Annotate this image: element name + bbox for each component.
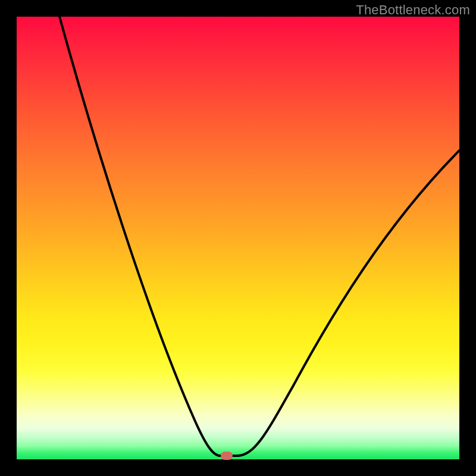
chart-frame: TheBottleneck.com (0, 0, 476, 476)
watermark-text: TheBottleneck.com (356, 2, 470, 18)
optimal-point-marker (221, 452, 233, 460)
bottleneck-curve (17, 17, 459, 459)
chart-plot-area (17, 17, 459, 459)
